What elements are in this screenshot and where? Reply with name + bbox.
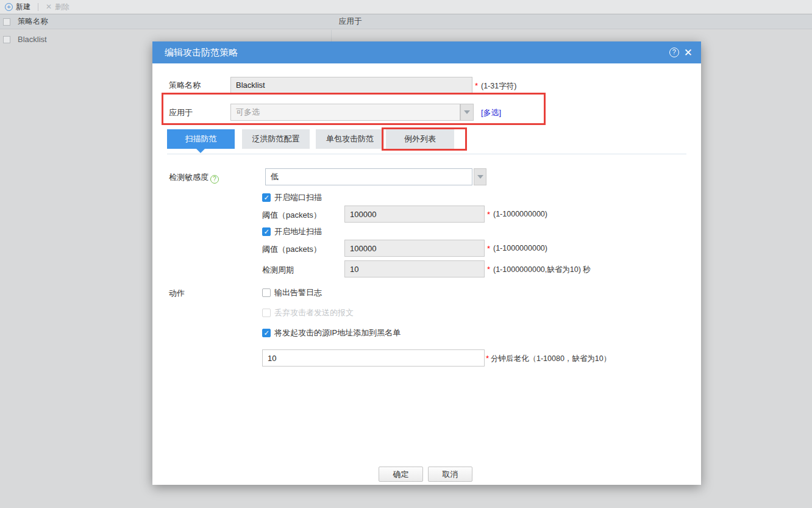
column-apply-to: 应用于 [339, 16, 362, 27]
toolbar-separator [38, 3, 38, 11]
address-scan-checkbox-row[interactable]: 开启地址扫描 [262, 226, 322, 237]
row-policy-name: Blacklist [18, 35, 47, 44]
detection-period-input[interactable]: 10 [344, 260, 485, 277]
edit-attack-policy-dialog: 编辑攻击防范策略 ? ✕ 策略名称 Blacklist * (1-31字符) 应… [152, 41, 701, 485]
address-threshold-input[interactable]: 100000 [344, 240, 485, 257]
delete-button-label: 删除 [55, 2, 69, 12]
annotation-box-tab-exception-list [382, 127, 467, 151]
drop-checkbox-row: 丢弃攻击者发送的报文 [262, 307, 354, 318]
tab-flood-prevention[interactable]: 泛洪防范配置 [242, 129, 310, 149]
sensitivity-help-icon[interactable]: ? [210, 175, 219, 184]
chevron-down-icon [477, 175, 483, 179]
address-scan-checkbox[interactable] [262, 227, 271, 236]
address-threshold-required-star: * [487, 244, 490, 253]
delete-button[interactable]: ✕ 删除 [41, 0, 74, 13]
plus-circle-icon: + [5, 3, 13, 11]
sensitivity-dropdown[interactable]: 低 [265, 168, 472, 185]
port-threshold-label: 阈值（packets） [262, 210, 321, 221]
log-checkbox[interactable] [262, 288, 271, 297]
new-button[interactable]: + 新建 [0, 0, 35, 13]
delete-x-icon: ✕ [46, 2, 52, 11]
aging-time-input[interactable]: 10 [262, 349, 485, 367]
column-policy-name: 策略名称 [18, 16, 48, 27]
drop-checkbox [262, 309, 271, 317]
port-scan-checkbox[interactable] [262, 193, 271, 202]
cancel-button[interactable]: 取消 [428, 467, 472, 482]
sensitivity-dropdown-button[interactable] [474, 168, 486, 185]
tab-single-packet-attack[interactable]: 单包攻击防范 [316, 129, 384, 149]
port-threshold-hint: (1-1000000000) [493, 210, 547, 218]
log-checkbox-row[interactable]: 输出告警日志 [262, 287, 322, 298]
detection-period-hint: (1-1000000000,缺省为10) 秒 [493, 265, 591, 275]
new-button-label: 新建 [16, 2, 30, 12]
policy-name-required-star: * [475, 81, 478, 90]
blacklist-checkbox-row[interactable]: 将发起攻击的源IP地址添加到黑名单 [262, 327, 401, 338]
policy-name-hint: (1-31字符) [481, 81, 516, 91]
aging-hint: 分钟后老化（1-10080，缺省为10） [491, 354, 611, 364]
policy-name-input[interactable]: Blacklist [230, 77, 472, 93]
port-scan-checkbox-row[interactable]: 开启端口扫描 [262, 192, 322, 203]
close-icon[interactable]: ✕ [684, 48, 693, 58]
dialog-title: 编辑攻击防范策略 [165, 47, 238, 59]
port-threshold-input[interactable]: 100000 [344, 206, 485, 223]
log-label: 输出告警日志 [274, 287, 322, 298]
policy-name-label: 策略名称 [169, 80, 201, 91]
sensitivity-label-text: 检测敏感度 [169, 173, 208, 182]
blacklist-checkbox[interactable] [262, 329, 271, 337]
sensitivity-label: 检测敏感度? [169, 172, 219, 184]
address-threshold-label: 阈值（packets） [262, 244, 321, 255]
select-all-checkbox[interactable] [3, 18, 10, 26]
active-tab-pointer-icon [196, 149, 205, 153]
action-label: 动作 [169, 288, 185, 299]
annotation-box-apply-to [162, 93, 546, 125]
dialog-header: 编辑攻击防范策略 ? ✕ [152, 41, 701, 63]
tabs-divider [167, 154, 686, 154]
ok-button[interactable]: 确定 [379, 467, 423, 482]
address-threshold-hint: (1-1000000000) [493, 244, 547, 252]
detection-period-required-star: * [487, 265, 490, 274]
drop-label: 丢弃攻击者发送的报文 [274, 307, 354, 318]
table-header: 策略名称 应用于 [0, 14, 812, 29]
tab-scan-prevention[interactable]: 扫描防范 [167, 129, 235, 149]
port-threshold-required-star: * [487, 210, 490, 219]
aging-required-star: * [486, 354, 489, 363]
blacklist-label: 将发起攻击的源IP地址添加到黑名单 [274, 327, 401, 338]
port-scan-label: 开启端口扫描 [274, 192, 322, 203]
help-icon[interactable]: ? [669, 48, 679, 57]
address-scan-label: 开启地址扫描 [274, 226, 322, 237]
row-checkbox[interactable] [3, 36, 10, 43]
detection-period-label: 检测周期 [262, 265, 294, 276]
toolbar: + 新建 ✕ 删除 [0, 0, 812, 14]
